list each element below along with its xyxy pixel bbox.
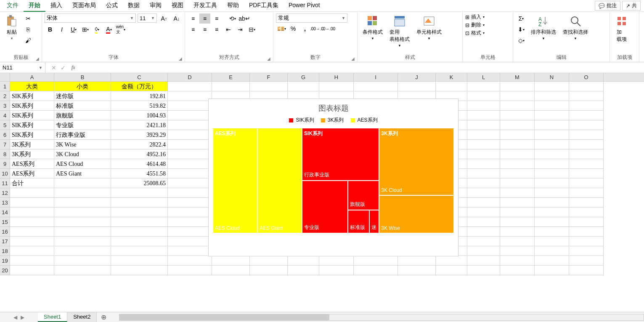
cell[interactable]: 行政事业版 <box>54 130 111 140</box>
cell[interactable] <box>54 246 111 256</box>
cell[interactable] <box>500 111 535 120</box>
cell[interactable] <box>467 149 500 159</box>
column-header[interactable]: F <box>250 73 288 81</box>
cell[interactable] <box>354 256 398 266</box>
menu-tab-3[interactable]: 页面布局 <box>67 0 101 12</box>
cell[interactable] <box>354 266 398 275</box>
cell[interactable] <box>436 266 467 275</box>
cell[interactable] <box>10 246 54 256</box>
cell[interactable]: 专业版 <box>54 120 111 130</box>
column-header[interactable]: B <box>54 73 111 81</box>
row-header[interactable]: 8 <box>0 149 10 159</box>
decrease-font-button[interactable]: A↓ <box>171 13 182 24</box>
cell-style-button[interactable]: 单元格样式▼ <box>414 13 444 41</box>
cell[interactable] <box>168 101 212 111</box>
cell[interactable] <box>168 237 212 246</box>
cell[interactable] <box>500 266 535 275</box>
cell[interactable] <box>467 256 500 266</box>
row-header[interactable]: 18 <box>0 246 10 256</box>
row-header[interactable]: 17 <box>0 237 10 246</box>
cell[interactable] <box>569 178 604 188</box>
cell[interactable] <box>54 178 111 188</box>
cell[interactable] <box>168 178 212 188</box>
column-header[interactable]: H <box>319 73 354 81</box>
autosum-button[interactable]: Σ▾ <box>516 13 527 24</box>
cell[interactable] <box>111 198 168 208</box>
row-header[interactable]: 19 <box>0 256 10 266</box>
copy-button[interactable]: ⎘ <box>23 24 34 35</box>
cell[interactable] <box>569 120 604 130</box>
cell[interactable] <box>467 120 500 130</box>
clipboard-dialog-launcher[interactable]: ◢ <box>36 56 39 61</box>
fx-icon[interactable]: fx <box>72 64 78 71</box>
cell[interactable] <box>467 237 500 246</box>
cell[interactable]: 4614.48 <box>111 159 168 169</box>
cell[interactable] <box>168 246 212 256</box>
sheet-nav-next-icon[interactable]: ▶ <box>21 314 24 320</box>
menu-tab-2[interactable]: 插入 <box>45 0 67 12</box>
delete-cells-button[interactable]: ⊟删除▾ <box>465 21 485 29</box>
cell[interactable] <box>467 227 500 237</box>
cell[interactable] <box>500 217 535 227</box>
cell[interactable]: 3K系列 <box>10 140 54 149</box>
insert-cells-button[interactable]: ⊞插入▾ <box>465 13 485 21</box>
row-header[interactable]: 15 <box>0 217 10 227</box>
cell[interactable] <box>569 266 604 275</box>
embedded-chart[interactable]: 图表标题 SIK系列3K系列AES系列 AES系列AES CloudAES Gi… <box>208 98 458 256</box>
merge-center-button[interactable]: ⊟▾ <box>246 24 257 35</box>
cell[interactable] <box>500 149 535 159</box>
menu-tab-11[interactable]: Power Pivot <box>284 0 325 12</box>
cell[interactable] <box>569 237 604 246</box>
row-header[interactable]: 16 <box>0 227 10 237</box>
cell[interactable] <box>467 208 500 217</box>
cell[interactable] <box>10 256 54 266</box>
column-header[interactable]: I <box>354 73 398 81</box>
format-cells-button[interactable]: ⊡格式▾ <box>465 29 485 37</box>
cell[interactable]: SIK系列 <box>10 120 54 130</box>
cell[interactable] <box>212 82 250 91</box>
column-header[interactable]: D <box>168 73 212 81</box>
menu-tab-5[interactable]: 数据 <box>123 0 145 12</box>
addins-button[interactable]: 加 载项 <box>612 13 631 44</box>
cell[interactable] <box>398 256 436 266</box>
cell[interactable] <box>168 140 212 149</box>
align-center-button[interactable]: ≡ <box>199 24 210 35</box>
cell[interactable]: 金额（万元） <box>111 82 168 91</box>
cell[interactable] <box>500 246 535 256</box>
cell[interactable] <box>168 120 212 130</box>
cell[interactable] <box>10 227 54 237</box>
cell[interactable]: 迷你版 <box>54 91 111 101</box>
cell[interactable] <box>111 188 168 198</box>
italic-button[interactable]: I <box>56 24 67 35</box>
add-sheet-button[interactable]: ⊕ <box>97 313 111 321</box>
cell[interactable] <box>467 91 500 101</box>
cell[interactable] <box>535 111 569 120</box>
border-button[interactable]: ⊞▾ <box>80 24 91 35</box>
cell[interactable] <box>569 101 604 111</box>
cell[interactable] <box>535 256 569 266</box>
cell[interactable] <box>212 266 250 275</box>
cell[interactable] <box>54 208 111 217</box>
cell[interactable] <box>467 246 500 256</box>
menu-tab-6[interactable]: 审阅 <box>145 0 167 12</box>
format-painter-button[interactable]: 🖌 <box>23 35 34 45</box>
cell[interactable] <box>168 266 212 275</box>
cell[interactable] <box>535 198 569 208</box>
menu-tab-7[interactable]: 视图 <box>167 0 188 12</box>
cell[interactable] <box>436 82 467 91</box>
cell[interactable] <box>288 256 319 266</box>
cell[interactable] <box>250 82 288 91</box>
cell[interactable] <box>10 188 54 198</box>
cell[interactable]: 3K Wise <box>54 140 111 149</box>
cell[interactable] <box>569 149 604 159</box>
cell[interactable] <box>535 237 569 246</box>
cell[interactable]: 519.82 <box>111 101 168 111</box>
column-header[interactable]: M <box>500 73 535 81</box>
sort-filter-button[interactable]: AZ排序和筛选▼ <box>528 13 559 41</box>
comment-button[interactable]: 💬批注 <box>595 1 620 11</box>
cell[interactable] <box>467 266 500 275</box>
cell[interactable]: 旗舰版 <box>54 111 111 120</box>
cell[interactable] <box>111 217 168 227</box>
column-header[interactable]: G <box>288 73 319 81</box>
cell[interactable] <box>535 178 569 188</box>
